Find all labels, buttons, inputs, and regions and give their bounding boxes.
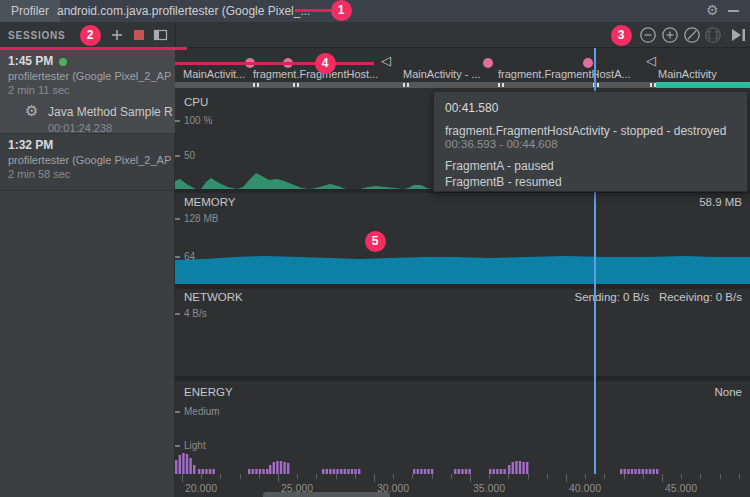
zoom-in-button[interactable] xyxy=(663,28,677,42)
energy-bar xyxy=(280,461,282,474)
annotation-badge-1: 1 xyxy=(331,0,352,21)
stop-session-button[interactable] xyxy=(134,30,144,40)
tab-profiler[interactable]: Profiler xyxy=(0,0,60,22)
activity-state-tick xyxy=(257,83,259,87)
session-time: 1:32 PM xyxy=(8,138,53,152)
profiler-toolbar: SESSIONS xyxy=(0,22,750,48)
activity-state-tick xyxy=(597,83,599,87)
new-session-button[interactable] xyxy=(112,30,122,40)
axis-minor-tick xyxy=(739,474,740,479)
artifact-label: Java Method Sample Re... xyxy=(48,105,173,119)
activity-state-tick xyxy=(502,83,504,87)
session-item-previous[interactable]: 1:32 PM profilertester (Google Pixel_2_A… xyxy=(0,134,175,190)
axis-minor-tick xyxy=(432,474,433,479)
reset-zoom-button[interactable] xyxy=(685,28,699,42)
axis-minor-tick xyxy=(508,474,509,479)
sessions-panel: 1:45 PM profilertester (Google Pixel_2_A… xyxy=(0,48,175,497)
annotation-badge-2: 2 xyxy=(80,25,101,46)
axis-minor-tick xyxy=(681,474,682,479)
window-titlebar: Profiler android.com.java.profilertester… xyxy=(0,0,750,22)
annotation-line xyxy=(295,9,331,12)
axis-minor-tick xyxy=(700,474,701,479)
memory-current-value: 58.9 MB xyxy=(600,196,742,208)
activity-state-tick xyxy=(654,83,656,87)
activity-state-tick xyxy=(407,83,409,87)
session-duration: 2 min 11 sec xyxy=(8,84,70,96)
energy-bar xyxy=(179,455,181,474)
rotation-event-icon: ◁ xyxy=(381,53,391,68)
go-live-button[interactable] xyxy=(732,29,745,41)
energy-bar xyxy=(273,462,275,474)
activity-label: MainActivity xyxy=(658,68,717,80)
axis-minor-tick xyxy=(624,474,625,479)
axis-time-label: 20.000 xyxy=(185,482,217,494)
tooltip-fragment-b: FragmentB - resumed xyxy=(445,175,736,191)
activity-state-tick xyxy=(253,83,255,87)
profiler-window: Profiler android.com.java.profilertester… xyxy=(0,0,750,497)
zoom-out-button[interactable] xyxy=(641,28,655,42)
energy-bar xyxy=(512,462,514,474)
section-separator xyxy=(175,284,750,289)
session-separator xyxy=(0,190,175,191)
minimize-icon[interactable] xyxy=(728,10,739,12)
annotation-line xyxy=(0,47,187,50)
energy-bar xyxy=(287,463,289,474)
axis-minor-tick xyxy=(585,474,586,479)
horizontal-scrollbar-thumb[interactable] xyxy=(263,492,390,497)
energy-bar xyxy=(186,454,188,474)
touch-event-dot xyxy=(483,58,493,68)
axis-minor-tick xyxy=(451,474,452,479)
axis-major-tick xyxy=(182,474,183,482)
axis-minor-tick xyxy=(336,474,337,479)
section-separator xyxy=(175,376,750,381)
energy-bar xyxy=(283,462,285,474)
axis-minor-tick xyxy=(489,474,490,479)
timeline-axis: 20.00025.00030.00035.00040.00045.000 xyxy=(175,474,750,497)
axis-time-label: 35.000 xyxy=(473,482,505,494)
axis-major-tick xyxy=(470,474,471,482)
axis-minor-tick xyxy=(393,474,394,479)
energy-bar xyxy=(276,461,278,474)
axis-minor-tick xyxy=(297,474,298,479)
activity-state-tick xyxy=(650,83,652,87)
axis-minor-tick xyxy=(316,474,317,479)
activity-live-segment xyxy=(656,82,750,88)
axis-minor-tick xyxy=(547,474,548,479)
session-duration: 2 min 58 sec xyxy=(8,168,70,180)
axis-minor-tick xyxy=(720,474,721,479)
energy-usage-chart[interactable] xyxy=(175,381,750,474)
window-title: android.com.java.profilertester (Google … xyxy=(57,0,310,22)
network-receiving-value: Receiving: 0 B/s xyxy=(659,291,742,303)
axis-dash xyxy=(175,218,180,220)
panel-divider xyxy=(175,22,176,48)
axis-time-label: 45.000 xyxy=(665,482,697,494)
axis-minor-tick xyxy=(643,474,644,479)
axis-minor-tick xyxy=(528,474,529,479)
annotation-badge-5: 5 xyxy=(365,231,386,252)
tooltip-range: 00:36.593 - 00:44.608 xyxy=(445,138,736,150)
axis-major-tick xyxy=(662,474,663,482)
tooltip-event: fragment.FragmentHostActivity - stopped … xyxy=(445,124,736,138)
activity-state-tick xyxy=(498,83,500,87)
axis-minor-tick xyxy=(201,474,202,479)
energy-bar xyxy=(175,460,177,474)
energy-bar xyxy=(189,458,191,474)
memory-tick-128: 128 MB xyxy=(184,213,218,224)
activity-label: fragment.FragmentHost... xyxy=(253,68,378,80)
event-tooltip: 00:41.580 fragment.FragmentHostActivity … xyxy=(433,91,748,192)
collapse-panel-icon[interactable] xyxy=(155,31,167,40)
axis-minor-tick xyxy=(220,474,221,479)
tooltip-fragment-a: FragmentA - paused xyxy=(445,159,736,175)
session-device: profilertester (Google Pixel_2_API... xyxy=(8,70,171,82)
network-current-values: Sending: 0 B/s Receiving: 0 B/s xyxy=(430,291,742,303)
axis-minor-tick xyxy=(355,474,356,479)
live-indicator-dot xyxy=(59,58,67,66)
network-sending-value: Sending: 0 B/s xyxy=(574,291,649,303)
session-device: profilertester (Google Pixel_2_API... xyxy=(8,154,171,166)
activity-label: MainActivit... xyxy=(183,68,245,80)
touch-event-dot xyxy=(583,58,593,68)
activity-label: MainActivity - ... xyxy=(403,68,481,80)
settings-gear-icon[interactable]: ⚙ xyxy=(706,2,719,18)
zoom-to-selection-button[interactable] xyxy=(706,28,720,42)
axis-dash xyxy=(175,313,180,315)
